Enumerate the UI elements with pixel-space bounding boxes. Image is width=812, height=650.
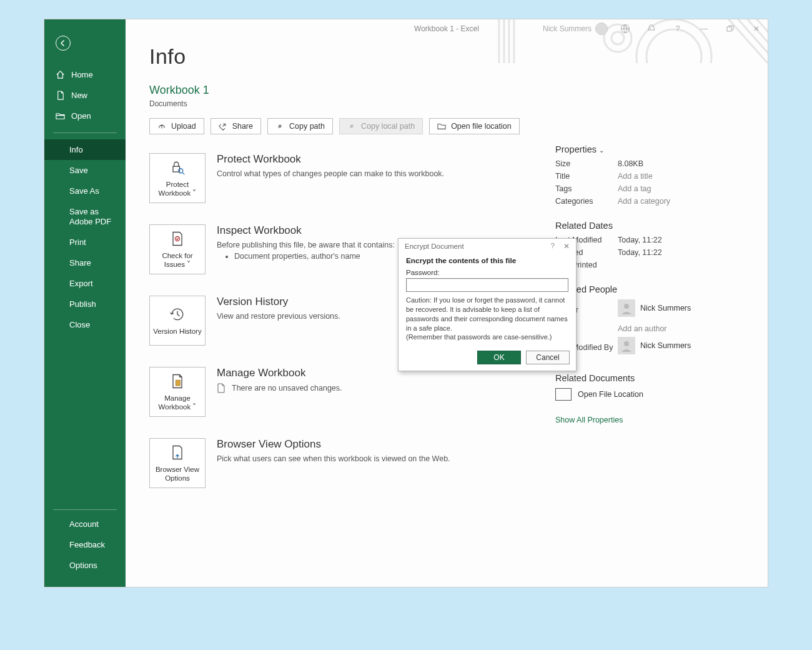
sidebar-item-open[interactable]: Open [44,106,126,126]
prop-tags-val[interactable]: Add a tag [618,184,651,193]
section-desc: View and restore previous versions. [217,312,340,321]
open-file-location-link[interactable]: Open File Location [555,388,743,401]
sidebar-item-export[interactable]: Export [44,273,126,294]
page-title: Info [149,44,524,69]
open-file-location-button[interactable]: Open file location [429,118,520,134]
last-modified-by-name: Nick Summers [640,341,691,350]
dialog-close-button[interactable]: ✕ [563,242,570,251]
prop-categories-key: Categories [555,197,618,206]
password-input[interactable] [406,278,568,292]
version-history-button[interactable]: Version History [149,296,205,346]
sidebar-item-publish[interactable]: Publish [44,294,126,314]
workbook-name: Workbook 1 [149,84,524,97]
prop-title-val[interactable]: Add a title [618,172,653,181]
sidebar-item-share[interactable]: Share [44,252,126,273]
label: Version History [153,327,201,336]
label: Options [69,561,97,570]
minimize-button[interactable]: — [695,19,713,38]
document-check-icon [169,230,186,248]
section-manage: Manage Workbook ˅ Manage Workbook There … [149,367,524,417]
password-label: Password: [406,269,568,276]
new-file-icon [56,91,65,100]
related-people-heading: Related People [555,284,743,294]
label: Open file location [451,122,512,131]
properties-heading[interactable]: Properties⌄ [555,144,743,154]
label: Protect Workbook ˅ [152,180,202,198]
label: Open File Location [578,390,643,399]
copy-local-path-button: Copy local path [339,118,423,134]
label: Upload [171,122,196,131]
share-button[interactable]: Share [210,118,261,134]
history-icon [169,306,186,323]
divider [53,509,117,510]
avatar-icon [595,22,608,35]
last-modified-val: Today, 11:22 [618,236,662,244]
encrypt-document-dialog: Encrypt Document ? ✕ Encrypt the content… [398,238,577,371]
back-button[interactable] [56,36,71,51]
prop-categories-val[interactable]: Add a category [618,197,670,206]
folder-open-icon [437,122,446,131]
restore-button[interactable] [721,19,739,38]
sidebar-item-print[interactable]: Print [44,232,126,252]
sidebar-item-home[interactable]: Home [44,64,126,85]
window-title: Workbook 1 - Excel [414,24,479,33]
link-icon [275,122,284,131]
dialog-help-button[interactable]: ? [551,242,555,251]
label: Save As [69,186,99,196]
prop-size-val: 8.08KB [618,159,643,168]
user-chip[interactable]: Nick Summers [543,22,608,35]
cancel-button[interactable]: Cancel [526,351,570,364]
svg-rect-5 [727,27,731,31]
sidebar-item-options[interactable]: Options [44,555,126,576]
sidebar-item-save-adobe-pdf[interactable]: Save as Adobe PDF [44,201,126,232]
svg-point-7 [179,168,183,172]
label: Open [71,111,91,121]
label: Share [232,122,253,131]
section-title: Inspect Workbook [217,224,395,237]
copy-path-button[interactable]: Copy path [267,118,333,134]
backstage-main: Workbook 1 - Excel Nick Summers ? — ✕ [126,19,768,587]
upload-button[interactable]: Upload [149,118,204,134]
prop-size-key: Size [555,159,618,168]
section-title: Browser View Options [217,438,450,451]
manage-workbook-button[interactable]: Manage Workbook ˅ [149,367,205,417]
created-val: Today, 11:22 [618,248,662,257]
help-icon[interactable]: ? [669,19,686,38]
label: Browser View Options [152,465,202,483]
section-title: Version History [217,296,340,308]
last-modified-by-person[interactable]: Nick Summers [618,337,691,354]
notification-icon[interactable] [643,19,660,38]
label: Copy local path [361,122,415,131]
show-all-properties-link[interactable]: Show All Properties [555,416,743,424]
folder-open-icon [56,111,65,121]
add-author-link[interactable]: Add an author [618,324,667,333]
related-dates-heading: Related Dates [555,221,743,231]
user-name: Nick Summers [543,24,592,33]
chevron-down-icon: ⌄ [599,147,604,154]
label: Save as Adobe PDF [69,207,118,226]
ok-button[interactable]: OK [477,351,521,364]
sidebar-item-feedback[interactable]: Feedback [44,534,126,555]
world-icon[interactable] [616,19,634,38]
sidebar-item-close[interactable]: Close [44,314,126,335]
section-title: Manage Workbook [217,367,342,379]
sidebar-item-info[interactable]: Info [44,139,126,160]
browser-view-icon [169,444,186,461]
section-browser-view: Browser View Options Browser View Option… [149,438,524,488]
sidebar-item-save-as[interactable]: Save As [44,181,126,201]
dialog-title: Encrypt Document [405,242,464,250]
protect-workbook-button[interactable]: Protect Workbook ˅ [149,153,205,203]
check-for-issues-button[interactable]: Check for Issues ˅ [149,224,205,274]
section-desc: Pick what users can see when this workbo… [217,454,450,463]
browser-view-options-button[interactable]: Browser View Options [149,438,205,488]
label: Close [69,320,90,329]
home-icon [56,70,65,79]
author-person[interactable]: Nick Summers [618,299,691,317]
sidebar-item-new[interactable]: New [44,85,126,106]
titlebar: Workbook 1 - Excel Nick Summers ? — ✕ [126,19,768,38]
sidebar-item-account[interactable]: Account [44,514,126,534]
arrow-left-icon [59,39,67,47]
lock-search-icon [169,159,186,176]
sidebar-item-save[interactable]: Save [44,160,126,181]
close-button[interactable]: ✕ [748,19,765,38]
